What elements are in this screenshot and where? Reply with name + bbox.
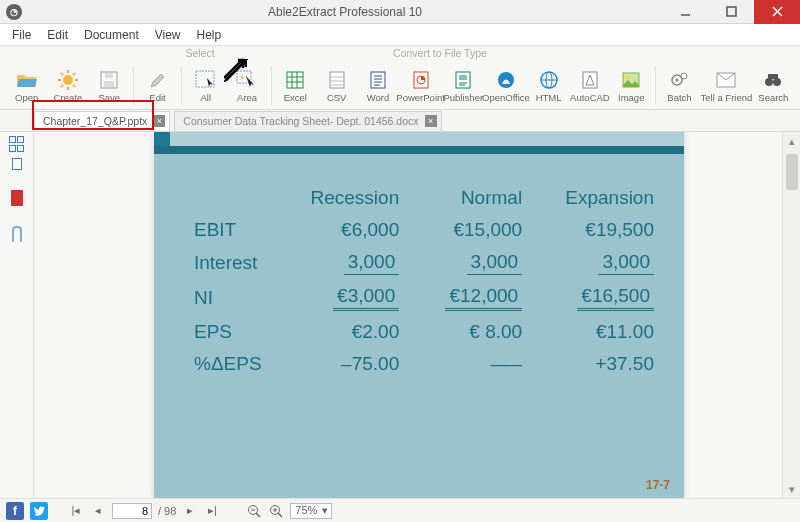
zoom-out-button[interactable] bbox=[246, 503, 262, 519]
html-button[interactable]: HTML bbox=[528, 63, 569, 109]
tab-active-close[interactable]: × bbox=[153, 115, 165, 127]
app-title: Able2Extract Professional 10 bbox=[28, 5, 662, 19]
tab-inactive-label: Consumer Data Tracking Sheet- Dept. 0145… bbox=[183, 115, 418, 127]
autocad-button[interactable]: AutoCAD bbox=[569, 63, 610, 109]
menu-edit[interactable]: Edit bbox=[39, 26, 76, 44]
last-page-button[interactable]: ▸| bbox=[204, 503, 220, 519]
svg-line-57 bbox=[278, 513, 282, 517]
svg-rect-16 bbox=[196, 71, 214, 87]
binoculars-icon bbox=[762, 69, 784, 91]
html-label: HTML bbox=[536, 92, 562, 103]
batch-button[interactable]: Batch bbox=[659, 63, 700, 109]
menu-view[interactable]: View bbox=[147, 26, 189, 44]
row-label-ebit: EBIT bbox=[154, 214, 297, 246]
csv-icon bbox=[326, 69, 348, 91]
attachment-icon[interactable] bbox=[12, 226, 22, 242]
minimize-button[interactable] bbox=[662, 0, 708, 24]
open-button[interactable]: Open bbox=[6, 63, 47, 109]
zoom-select[interactable]: 75% ▾ bbox=[290, 503, 332, 519]
tellfriend-button[interactable]: Tell a Friend bbox=[700, 63, 753, 109]
word-button[interactable]: Word bbox=[357, 63, 398, 109]
svg-rect-36 bbox=[459, 75, 467, 80]
first-page-button[interactable]: |◂ bbox=[68, 503, 84, 519]
pencil-icon bbox=[147, 69, 169, 91]
edit-button[interactable]: Edit bbox=[137, 63, 178, 109]
csv-button[interactable]: CSV bbox=[316, 63, 357, 109]
svg-rect-28 bbox=[371, 72, 385, 88]
openoffice-label: OpenOffice bbox=[482, 92, 530, 103]
scroll-thumb[interactable] bbox=[786, 154, 798, 190]
cell-ebit-1: €6,000 bbox=[297, 214, 429, 246]
select-all-button[interactable]: All bbox=[185, 63, 226, 109]
facebook-button[interactable]: f bbox=[6, 502, 24, 520]
cell-eps-2: € 8.00 bbox=[429, 316, 552, 348]
powerpoint-button[interactable]: PowerPoint bbox=[399, 63, 443, 109]
cell-ebit-3: €19,500 bbox=[552, 214, 684, 246]
maximize-button[interactable] bbox=[708, 0, 754, 24]
excel-icon bbox=[284, 69, 306, 91]
tellfriend-label: Tell a Friend bbox=[701, 92, 753, 103]
excel-button[interactable]: Excel bbox=[275, 63, 316, 109]
excel-label: Excel bbox=[284, 92, 307, 103]
svg-line-11 bbox=[73, 73, 75, 75]
zoom-in-button[interactable] bbox=[268, 503, 284, 519]
menu-help[interactable]: Help bbox=[189, 26, 230, 44]
cell-ni-3: €16,500 bbox=[577, 285, 654, 311]
svg-point-50 bbox=[765, 78, 773, 86]
toolbar-group-labels: Select Convert to File Type bbox=[0, 46, 800, 62]
batch-label: Batch bbox=[667, 92, 691, 103]
sidepanel bbox=[0, 132, 34, 498]
bookmark-icon[interactable] bbox=[11, 190, 23, 206]
tab-active[interactable]: Chapter_17_Q&P.pptx × bbox=[34, 111, 170, 131]
page-total-label: / 98 bbox=[158, 505, 176, 517]
menubar: File Edit Document View Help bbox=[0, 24, 800, 46]
scroll-up-arrow[interactable]: ▴ bbox=[783, 132, 800, 150]
cell-deps-2: ––– bbox=[429, 348, 552, 380]
publisher-button[interactable]: Publisher bbox=[443, 63, 484, 109]
svg-rect-24 bbox=[330, 72, 344, 88]
image-button[interactable]: Image bbox=[611, 63, 652, 109]
tab-inactive[interactable]: Consumer Data Tracking Sheet- Dept. 0145… bbox=[174, 111, 441, 131]
twitter-button[interactable] bbox=[30, 502, 48, 520]
cell-ni-2: €12,000 bbox=[445, 285, 522, 311]
edit-label: Edit bbox=[149, 92, 165, 103]
folder-open-icon bbox=[16, 69, 38, 91]
document-viewport[interactable]: Recession Normal Expansion EBIT €6,000 €… bbox=[34, 132, 782, 498]
page-number-input[interactable] bbox=[112, 503, 152, 519]
create-button[interactable]: Create bbox=[47, 63, 88, 109]
open-label: Open bbox=[15, 92, 38, 103]
tab-inactive-close[interactable]: × bbox=[425, 115, 437, 127]
save-button[interactable]: Save bbox=[89, 63, 130, 109]
powerpoint-icon bbox=[410, 69, 432, 91]
select-area-button[interactable]: + Area bbox=[226, 63, 267, 109]
next-page-button[interactable]: ▸ bbox=[182, 503, 198, 519]
search-label: Search bbox=[758, 92, 788, 103]
cell-deps-1: –75.00 bbox=[297, 348, 429, 380]
scroll-down-arrow[interactable]: ▾ bbox=[783, 480, 800, 498]
svg-rect-52 bbox=[768, 74, 778, 79]
close-button[interactable] bbox=[754, 0, 800, 24]
html-icon bbox=[538, 69, 560, 91]
select-area-icon: + bbox=[236, 69, 258, 91]
gears-icon bbox=[668, 69, 690, 91]
vertical-scrollbar[interactable]: ▴ ▾ bbox=[782, 132, 800, 498]
openoffice-button[interactable]: OpenOffice bbox=[484, 63, 528, 109]
cell-deps-3: +37.50 bbox=[552, 348, 684, 380]
cell-eps-1: €2.00 bbox=[297, 316, 429, 348]
menu-document[interactable]: Document bbox=[76, 26, 147, 44]
autocad-icon bbox=[579, 69, 601, 91]
floppy-icon bbox=[98, 69, 120, 91]
search-button[interactable]: Search bbox=[753, 63, 794, 109]
svg-line-10 bbox=[73, 85, 75, 87]
thumbnails-icon[interactable] bbox=[9, 136, 25, 152]
svg-line-9 bbox=[61, 73, 63, 75]
prev-page-button[interactable]: ◂ bbox=[90, 503, 106, 519]
svg-rect-1 bbox=[727, 7, 736, 16]
col-header-recession: Recession bbox=[297, 182, 429, 214]
svg-text:+: + bbox=[240, 73, 245, 82]
svg-point-51 bbox=[773, 78, 781, 86]
svg-point-47 bbox=[676, 78, 679, 81]
menu-file[interactable]: File bbox=[4, 26, 39, 44]
single-page-icon[interactable] bbox=[12, 158, 22, 170]
publisher-label: Publisher bbox=[443, 92, 483, 103]
